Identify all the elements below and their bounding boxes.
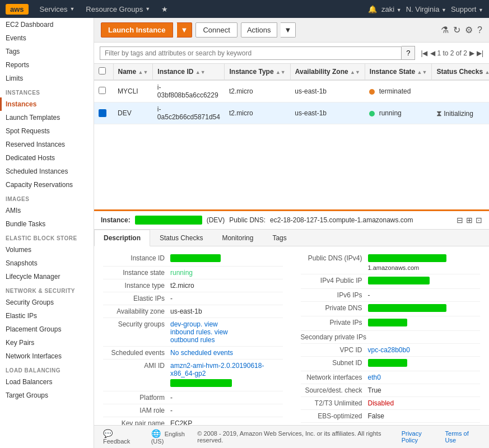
row-checkbox-dev[interactable] (94, 102, 113, 124)
actions-caret[interactable]: ▼ (281, 22, 296, 38)
sidebar-item-snapshots[interactable]: Snapshots (0, 256, 94, 270)
table-row[interactable]: DEV i-0a5c2b66cd5871d54 t2.micro us-east… (94, 102, 489, 124)
sidebar-item-capacity-reservations[interactable]: Capacity Reservations (0, 178, 94, 192)
sidebar-item-launch-templates[interactable]: Launch Templates (0, 111, 94, 124)
bell-icon[interactable]: 🔔 (368, 5, 377, 13)
aws-logo[interactable]: aws (6, 4, 29, 15)
expand-icon[interactable]: ⊞ (466, 216, 473, 225)
fullscreen-icon[interactable]: ⊡ (476, 216, 482, 225)
resource-groups-nav[interactable]: Resource Groups ▼ (80, 0, 156, 18)
sidebar-item-tags[interactable]: Tags (0, 45, 94, 58)
desc-row-elastic-ips: Elastic IPs - (103, 292, 283, 305)
sidebar-item-placement-groups[interactable]: Placement Groups (0, 323, 94, 336)
row-az-mycli: us-east-1b (290, 80, 365, 102)
privacy-policy-link[interactable]: Privacy Policy (402, 430, 439, 444)
sidebar-item-lifecycle-manager[interactable]: Lifecycle Manager (0, 270, 94, 283)
label-source-dest: Source/dest. check (301, 386, 368, 394)
user-label[interactable]: zaki ▼ (381, 5, 402, 13)
flask-icon[interactable]: ⚗ (441, 25, 449, 35)
col-name[interactable]: Name ▲▼ (113, 64, 153, 80)
settings-icon[interactable]: ⚙ (465, 25, 473, 35)
public-dns-value: ec2-18-208-127-15.compute-1.amazonaws.co… (270, 216, 413, 224)
pagination-last[interactable]: ▶| (477, 49, 483, 57)
value-platform: - (170, 394, 283, 402)
col-status-checks[interactable]: Status Checks ▲▼ (432, 64, 489, 80)
sg-devgroup-link[interactable]: dev-group. (170, 320, 202, 328)
vpc-id-link[interactable]: vpc-ca28b0b0 (368, 346, 410, 354)
sidebar-item-target-groups[interactable]: Target Groups (0, 389, 94, 402)
pagination-next[interactable]: ▶ (469, 49, 474, 57)
select-all-checkbox[interactable] (99, 67, 106, 74)
row-name-mycli: MYCLI (113, 80, 153, 102)
desc-row-private-dns: Private DNS (301, 302, 481, 316)
sidebar-item-amis[interactable]: AMIs (0, 204, 94, 217)
col-availability-zone[interactable]: Availability Zone ▲▼ (290, 64, 365, 80)
desc-row-public-dns: Public DNS (IPv4) 1.amazonaws.com (301, 252, 481, 274)
tab-status-checks[interactable]: Status Checks (150, 230, 212, 246)
sidebar: EC2 Dashboard Events Tags Reports Limits… (0, 18, 94, 448)
services-nav[interactable]: Services ▼ (34, 0, 81, 18)
eth0-link[interactable]: eth0 (368, 374, 381, 381)
copy-icon[interactable]: ⊟ (457, 216, 463, 225)
terms-of-use-link[interactable]: Terms of Use (445, 430, 480, 444)
value-ipv6: - (368, 291, 481, 299)
col-instance-type[interactable]: Instance Type ▲▼ (225, 64, 290, 80)
sidebar-item-dedicated-hosts[interactable]: Dedicated Hosts (0, 151, 94, 165)
favorites-icon[interactable]: ★ (156, 0, 174, 18)
description-content: Instance ID Instance state running Insta… (94, 246, 489, 425)
sidebar-item-key-pairs[interactable]: Key Pairs (0, 336, 94, 349)
desc-row-secondary-ips: Secondary private IPs (301, 331, 481, 344)
col-instance-id[interactable]: Instance ID ▲▼ (153, 64, 225, 80)
sidebar-item-reports[interactable]: Reports (0, 58, 94, 72)
region-label[interactable]: N. Virginia ▼ (406, 5, 446, 13)
sidebar-item-limits[interactable]: Limits (0, 72, 94, 85)
scheduled-events-link[interactable]: No scheduled events (170, 349, 233, 357)
desc-row-scheduled-events: Scheduled events No scheduled events (103, 347, 283, 360)
sidebar-item-spot-requests[interactable]: Spot Requests (0, 124, 94, 138)
sidebar-item-security-groups[interactable]: Security Groups (0, 296, 94, 309)
tab-monitoring[interactable]: Monitoring (212, 230, 263, 246)
sidebar-item-ec2-dashboard[interactable]: EC2 Dashboard (0, 18, 94, 31)
sidebar-item-bundle-tasks[interactable]: Bundle Tasks (0, 217, 94, 231)
row-checkbox-1[interactable] (94, 80, 113, 102)
sg-inbound-link[interactable]: inbound rules. (170, 328, 212, 336)
sidebar-item-volumes[interactable]: Volumes (0, 243, 94, 256)
help-icon[interactable]: ? (477, 25, 482, 35)
search-input[interactable] (100, 46, 402, 60)
sg-view-link[interactable]: view (204, 320, 218, 328)
tab-tags[interactable]: Tags (263, 230, 296, 246)
launch-instance-caret[interactable]: ▼ (176, 22, 193, 38)
sidebar-item-events[interactable]: Events (0, 31, 94, 45)
sg-outbound-rules-link[interactable]: outbound rules (170, 336, 215, 344)
desc-row-network-interfaces: Network interfaces eth0 (301, 371, 481, 384)
actions-button[interactable]: Actions (241, 22, 277, 38)
launch-instance-button[interactable]: Launch Instance (101, 22, 173, 38)
pagination-prev[interactable]: ◀ (430, 49, 435, 57)
search-help-button[interactable]: ? (402, 46, 415, 60)
row-status-mycli (432, 80, 489, 102)
row-name-dev: DEV (113, 102, 153, 124)
sidebar-item-elastic-ips[interactable]: Elastic IPs (0, 309, 94, 323)
language-button[interactable]: 🌐 English (US) (151, 429, 198, 445)
tab-description[interactable]: Description (94, 230, 150, 246)
refresh-icon[interactable]: ↻ (453, 25, 460, 35)
toolbar: Launch Instance ▼ Connect Actions ▼ ⚗ ↻ … (94, 18, 489, 43)
sidebar-item-scheduled-instances[interactable]: Scheduled Instances (0, 165, 94, 178)
label-vpc-id: VPC ID (301, 346, 368, 354)
sidebar-item-instances[interactable]: Instances (0, 97, 94, 111)
connect-button[interactable]: Connect (195, 22, 237, 38)
pagination-first[interactable]: |◀ (421, 49, 427, 57)
value-source-dest: True (368, 386, 481, 394)
instance-id-bar (135, 216, 202, 225)
sidebar-item-network-interfaces[interactable]: Network Interfaces (0, 349, 94, 363)
ami-id-link[interactable]: amzn2-ami-hvm-2.0.20190618-x86_64-gp2 (170, 362, 264, 377)
support-label[interactable]: Support ▼ (451, 5, 483, 13)
sidebar-item-load-balancers[interactable]: Load Balancers (0, 375, 94, 389)
col-instance-state[interactable]: Instance State ▲▼ (365, 64, 432, 80)
instance-label: Instance: (101, 216, 131, 224)
sg-outbound-view-link[interactable]: view (215, 328, 228, 336)
table-row[interactable]: MYCLI i-03bf808b5a6cc6229 t2.micro us-ea… (94, 80, 489, 102)
label-ami-id: AMI ID (103, 362, 170, 370)
feedback-button[interactable]: 💬 Feedback (103, 429, 142, 445)
sidebar-item-reserved-instances[interactable]: Reserved Instances (0, 138, 94, 151)
